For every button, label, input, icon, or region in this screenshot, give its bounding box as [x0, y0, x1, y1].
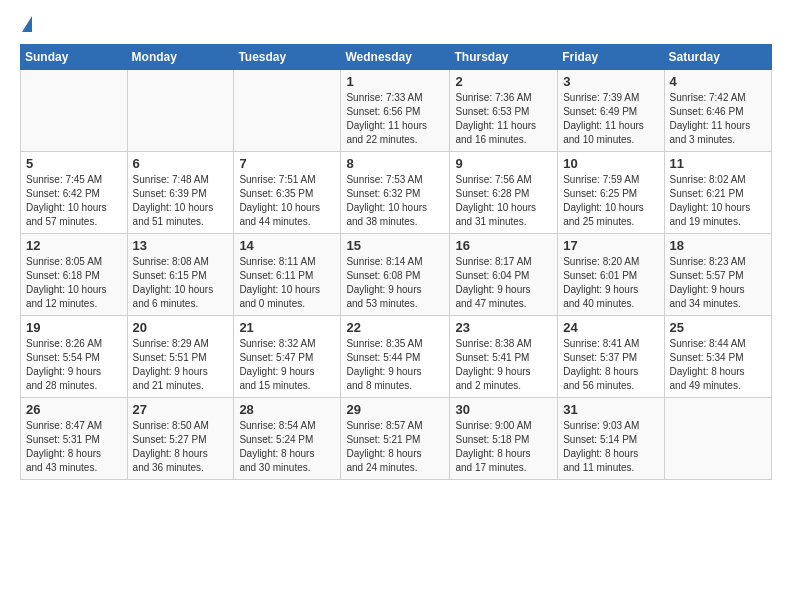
logo-triangle-icon [22, 16, 32, 32]
day-info: Sunrise: 8:54 AM Sunset: 5:24 PM Dayligh… [239, 419, 335, 475]
day-number: 12 [26, 238, 122, 253]
day-number: 7 [239, 156, 335, 171]
calendar-week-row: 12Sunrise: 8:05 AM Sunset: 6:18 PM Dayli… [21, 234, 772, 316]
day-number: 29 [346, 402, 444, 417]
calendar-cell: 4Sunrise: 7:42 AM Sunset: 6:46 PM Daylig… [664, 70, 771, 152]
calendar-week-row: 26Sunrise: 8:47 AM Sunset: 5:31 PM Dayli… [21, 398, 772, 480]
day-number: 23 [455, 320, 552, 335]
calendar-header-row: Sunday Monday Tuesday Wednesday Thursday… [21, 45, 772, 70]
calendar-cell [664, 398, 771, 480]
header-sunday: Sunday [21, 45, 128, 70]
day-number: 3 [563, 74, 658, 89]
day-info: Sunrise: 8:11 AM Sunset: 6:11 PM Dayligh… [239, 255, 335, 311]
calendar-cell: 15Sunrise: 8:14 AM Sunset: 6:08 PM Dayli… [341, 234, 450, 316]
day-number: 13 [133, 238, 229, 253]
header-tuesday: Tuesday [234, 45, 341, 70]
day-number: 1 [346, 74, 444, 89]
calendar-cell: 22Sunrise: 8:35 AM Sunset: 5:44 PM Dayli… [341, 316, 450, 398]
day-number: 22 [346, 320, 444, 335]
day-info: Sunrise: 8:02 AM Sunset: 6:21 PM Dayligh… [670, 173, 766, 229]
logo [20, 16, 32, 34]
day-number: 17 [563, 238, 658, 253]
day-info: Sunrise: 7:42 AM Sunset: 6:46 PM Dayligh… [670, 91, 766, 147]
day-number: 20 [133, 320, 229, 335]
day-info: Sunrise: 8:35 AM Sunset: 5:44 PM Dayligh… [346, 337, 444, 393]
page-container: Sunday Monday Tuesday Wednesday Thursday… [0, 0, 792, 492]
day-info: Sunrise: 8:14 AM Sunset: 6:08 PM Dayligh… [346, 255, 444, 311]
day-number: 11 [670, 156, 766, 171]
day-info: Sunrise: 7:53 AM Sunset: 6:32 PM Dayligh… [346, 173, 444, 229]
calendar-cell: 10Sunrise: 7:59 AM Sunset: 6:25 PM Dayli… [558, 152, 664, 234]
day-number: 9 [455, 156, 552, 171]
calendar-cell: 23Sunrise: 8:38 AM Sunset: 5:41 PM Dayli… [450, 316, 558, 398]
day-number: 8 [346, 156, 444, 171]
calendar-cell: 8Sunrise: 7:53 AM Sunset: 6:32 PM Daylig… [341, 152, 450, 234]
day-number: 14 [239, 238, 335, 253]
calendar-cell: 21Sunrise: 8:32 AM Sunset: 5:47 PM Dayli… [234, 316, 341, 398]
calendar-cell: 26Sunrise: 8:47 AM Sunset: 5:31 PM Dayli… [21, 398, 128, 480]
day-info: Sunrise: 8:17 AM Sunset: 6:04 PM Dayligh… [455, 255, 552, 311]
header-wednesday: Wednesday [341, 45, 450, 70]
header-thursday: Thursday [450, 45, 558, 70]
day-info: Sunrise: 8:38 AM Sunset: 5:41 PM Dayligh… [455, 337, 552, 393]
day-info: Sunrise: 8:44 AM Sunset: 5:34 PM Dayligh… [670, 337, 766, 393]
day-number: 19 [26, 320, 122, 335]
calendar-cell: 20Sunrise: 8:29 AM Sunset: 5:51 PM Dayli… [127, 316, 234, 398]
day-info: Sunrise: 9:00 AM Sunset: 5:18 PM Dayligh… [455, 419, 552, 475]
day-info: Sunrise: 8:23 AM Sunset: 5:57 PM Dayligh… [670, 255, 766, 311]
day-number: 28 [239, 402, 335, 417]
day-number: 5 [26, 156, 122, 171]
day-number: 30 [455, 402, 552, 417]
calendar-cell: 14Sunrise: 8:11 AM Sunset: 6:11 PM Dayli… [234, 234, 341, 316]
day-info: Sunrise: 8:26 AM Sunset: 5:54 PM Dayligh… [26, 337, 122, 393]
header [20, 16, 772, 34]
day-number: 31 [563, 402, 658, 417]
day-number: 21 [239, 320, 335, 335]
header-saturday: Saturday [664, 45, 771, 70]
calendar-cell: 11Sunrise: 8:02 AM Sunset: 6:21 PM Dayli… [664, 152, 771, 234]
calendar-week-row: 1Sunrise: 7:33 AM Sunset: 6:56 PM Daylig… [21, 70, 772, 152]
day-number: 15 [346, 238, 444, 253]
day-info: Sunrise: 8:47 AM Sunset: 5:31 PM Dayligh… [26, 419, 122, 475]
calendar-cell [127, 70, 234, 152]
calendar-cell: 18Sunrise: 8:23 AM Sunset: 5:57 PM Dayli… [664, 234, 771, 316]
day-number: 24 [563, 320, 658, 335]
day-info: Sunrise: 8:20 AM Sunset: 6:01 PM Dayligh… [563, 255, 658, 311]
calendar-table: Sunday Monday Tuesday Wednesday Thursday… [20, 44, 772, 480]
calendar-cell [21, 70, 128, 152]
day-info: Sunrise: 8:32 AM Sunset: 5:47 PM Dayligh… [239, 337, 335, 393]
calendar-cell: 25Sunrise: 8:44 AM Sunset: 5:34 PM Dayli… [664, 316, 771, 398]
day-info: Sunrise: 8:05 AM Sunset: 6:18 PM Dayligh… [26, 255, 122, 311]
day-info: Sunrise: 8:08 AM Sunset: 6:15 PM Dayligh… [133, 255, 229, 311]
day-info: Sunrise: 9:03 AM Sunset: 5:14 PM Dayligh… [563, 419, 658, 475]
day-info: Sunrise: 7:39 AM Sunset: 6:49 PM Dayligh… [563, 91, 658, 147]
calendar-cell: 2Sunrise: 7:36 AM Sunset: 6:53 PM Daylig… [450, 70, 558, 152]
day-number: 26 [26, 402, 122, 417]
day-info: Sunrise: 7:51 AM Sunset: 6:35 PM Dayligh… [239, 173, 335, 229]
day-info: Sunrise: 7:36 AM Sunset: 6:53 PM Dayligh… [455, 91, 552, 147]
calendar-cell: 12Sunrise: 8:05 AM Sunset: 6:18 PM Dayli… [21, 234, 128, 316]
calendar-week-row: 19Sunrise: 8:26 AM Sunset: 5:54 PM Dayli… [21, 316, 772, 398]
calendar-cell: 29Sunrise: 8:57 AM Sunset: 5:21 PM Dayli… [341, 398, 450, 480]
day-info: Sunrise: 8:29 AM Sunset: 5:51 PM Dayligh… [133, 337, 229, 393]
day-number: 16 [455, 238, 552, 253]
day-number: 10 [563, 156, 658, 171]
day-number: 27 [133, 402, 229, 417]
day-number: 18 [670, 238, 766, 253]
day-info: Sunrise: 7:33 AM Sunset: 6:56 PM Dayligh… [346, 91, 444, 147]
day-info: Sunrise: 7:56 AM Sunset: 6:28 PM Dayligh… [455, 173, 552, 229]
calendar-cell: 16Sunrise: 8:17 AM Sunset: 6:04 PM Dayli… [450, 234, 558, 316]
calendar-cell [234, 70, 341, 152]
calendar-cell: 19Sunrise: 8:26 AM Sunset: 5:54 PM Dayli… [21, 316, 128, 398]
day-info: Sunrise: 8:41 AM Sunset: 5:37 PM Dayligh… [563, 337, 658, 393]
day-number: 6 [133, 156, 229, 171]
day-info: Sunrise: 7:45 AM Sunset: 6:42 PM Dayligh… [26, 173, 122, 229]
header-monday: Monday [127, 45, 234, 70]
day-number: 25 [670, 320, 766, 335]
calendar-cell: 30Sunrise: 9:00 AM Sunset: 5:18 PM Dayli… [450, 398, 558, 480]
day-info: Sunrise: 8:50 AM Sunset: 5:27 PM Dayligh… [133, 419, 229, 475]
day-info: Sunrise: 7:59 AM Sunset: 6:25 PM Dayligh… [563, 173, 658, 229]
calendar-cell: 31Sunrise: 9:03 AM Sunset: 5:14 PM Dayli… [558, 398, 664, 480]
calendar-cell: 9Sunrise: 7:56 AM Sunset: 6:28 PM Daylig… [450, 152, 558, 234]
calendar-cell: 28Sunrise: 8:54 AM Sunset: 5:24 PM Dayli… [234, 398, 341, 480]
